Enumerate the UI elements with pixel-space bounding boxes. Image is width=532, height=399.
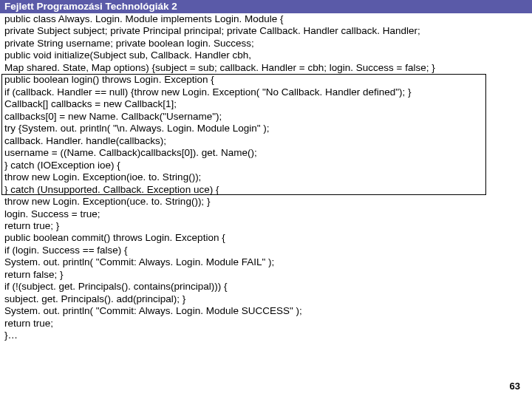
code-line: } catch (IOException ioe) {: [4, 160, 528, 171]
code-line: System. out. println( "Commit: Always. L…: [4, 256, 528, 268]
code-line: public class Always. Login. Module imple…: [4, 13, 528, 25]
code-line: }…: [4, 330, 528, 341]
code-line: Map shared. State, Map options) {subject…: [4, 62, 528, 74]
code-line: return true;: [4, 318, 528, 330]
code-line: public void initialize(Subject sub, Call…: [4, 50, 528, 61]
code-line: callbacks[0] = new Name. Callback("Usern…: [4, 111, 528, 123]
code-line: public boolean login() throws Login. Exc…: [4, 74, 528, 86]
code-block: public class Always. Login. Module imple…: [0, 13, 532, 342]
code-line: throw new Login. Exception(uce. to. Stri…: [4, 196, 528, 208]
code-line: if (login. Success == false) {: [4, 245, 528, 256]
code-line: private Subject subject; private Princip…: [4, 25, 528, 37]
code-line: try {System. out. println( "\n. Always. …: [4, 123, 528, 134]
code-line: if (!(subject. get. Principals(). contai…: [4, 281, 528, 293]
code-line: private String username; private boolean…: [4, 38, 528, 50]
code-line: login. Success = true;: [4, 208, 528, 220]
code-line: public boolean commit() throws Login. Ex…: [4, 232, 528, 244]
slide: Fejlett Programozási Technológiák 2 publ…: [0, 0, 532, 399]
code-line: System. out. println( "Commit: Always. L…: [4, 305, 528, 317]
slide-title: Fejlett Programozási Technológiák 2: [0, 0, 532, 13]
code-line: } catch (Unsupported. Callback. Exceptio…: [4, 184, 528, 196]
code-line: throw new Login. Exception(ioe. to. Stri…: [4, 171, 528, 183]
code-line: subject. get. Principals(). add(principa…: [4, 293, 528, 305]
code-line: return false; }: [4, 269, 528, 281]
code-line: return true; }: [4, 220, 528, 232]
code-line: callback. Handler. handle(callbacks);: [4, 135, 528, 147]
code-line: Callback[] callbacks = new Callback[1];: [4, 98, 528, 110]
code-line: if (callback. Handler == null) {throw ne…: [4, 86, 528, 98]
code-line: username = ((Name. Callback)callbacks[0]…: [4, 147, 528, 159]
page-number: 63: [510, 381, 520, 392]
